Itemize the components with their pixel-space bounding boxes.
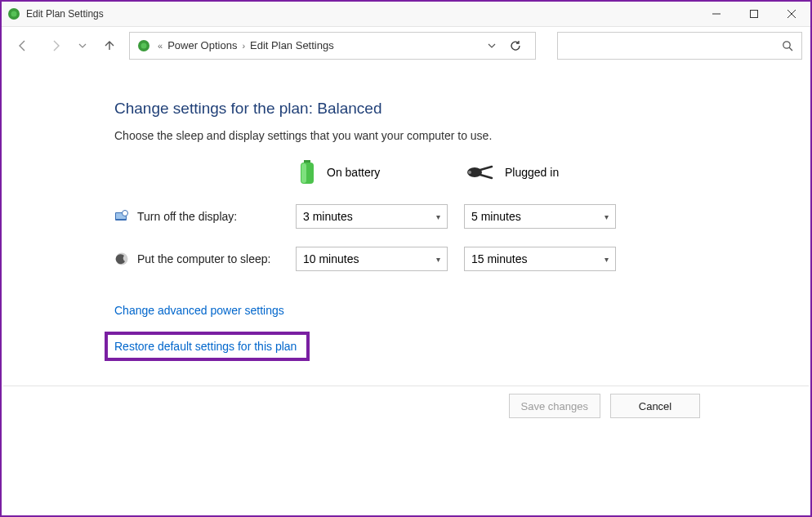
sleep-plugged-value: 15 minutes	[471, 252, 527, 265]
back-button[interactable]	[10, 33, 36, 59]
cancel-button[interactable]: Cancel	[610, 394, 700, 418]
maximize-button[interactable]	[735, 2, 773, 26]
plug-icon	[464, 163, 497, 181]
breadcrumb: « Power Options › Edit Plan Settings	[158, 39, 481, 51]
address-dropdown-icon[interactable]	[488, 42, 502, 50]
display-battery-value: 3 minutes	[303, 210, 353, 223]
row-sleep-label: Put the computer to sleep:	[114, 252, 296, 266]
control-panel-icon	[136, 38, 151, 53]
row-display: Turn off the display: 3 minutes ▾ 5 minu…	[114, 204, 810, 229]
window: Edit Plan Settings	[0, 0, 812, 517]
breadcrumb-item-power-options[interactable]: Power Options	[167, 39, 237, 51]
breadcrumb-item-edit-plan[interactable]: Edit Plan Settings	[250, 39, 334, 51]
svg-point-7	[141, 42, 147, 48]
content: Change settings for the plan: Balanced C…	[2, 64, 810, 361]
highlight-box: Restore default settings for this plan	[105, 332, 310, 361]
app-icon	[7, 7, 21, 21]
footer-buttons: Save changes Cancel	[509, 394, 700, 418]
svg-rect-12	[301, 163, 306, 183]
col-plugged-label: Plugged in	[505, 166, 559, 179]
navbar: « Power Options › Edit Plan Settings	[2, 27, 810, 64]
svg-rect-3	[751, 11, 758, 18]
svg-point-14	[468, 171, 471, 174]
window-buttons	[698, 2, 810, 26]
col-battery-label: On battery	[327, 166, 380, 179]
search-input[interactable]	[566, 39, 782, 51]
sleep-battery-value: 10 minutes	[303, 252, 359, 265]
search-icon[interactable]	[782, 40, 793, 51]
close-button[interactable]	[773, 2, 810, 26]
recent-locations-button[interactable]	[75, 33, 90, 59]
window-title: Edit Plan Settings	[26, 8, 698, 20]
chevron-down-icon: ▾	[605, 255, 609, 264]
link-advanced-settings[interactable]: Change advanced power settings	[114, 304, 810, 317]
up-button[interactable]	[96, 33, 123, 59]
address-bar[interactable]: « Power Options › Edit Plan Settings	[129, 32, 536, 60]
footer-separator	[3, 386, 809, 386]
svg-point-1	[11, 11, 17, 17]
forward-button[interactable]	[42, 33, 69, 59]
row-sleep: Put the computer to sleep: 10 minutes ▾ …	[114, 247, 810, 271]
sleep-battery-select[interactable]: 10 minutes ▾	[296, 247, 448, 271]
display-plugged-value: 5 minutes	[471, 210, 521, 223]
svg-line-9	[789, 47, 792, 51]
col-on-battery: On battery	[296, 158, 464, 186]
search-bar[interactable]	[557, 32, 802, 60]
display-icon	[114, 209, 129, 224]
row-display-label: Turn off the display:	[114, 209, 296, 224]
svg-rect-10	[304, 160, 310, 163]
display-battery-select[interactable]: 3 minutes ▾	[296, 204, 448, 229]
display-plugged-select[interactable]: 5 minutes ▾	[464, 204, 616, 229]
chevron-down-icon: ▾	[436, 212, 440, 221]
chevron-down-icon: ▾	[605, 212, 609, 221]
minimize-button[interactable]	[698, 2, 735, 26]
sleep-plugged-select[interactable]: 15 minutes ▾	[464, 247, 616, 271]
save-button[interactable]: Save changes	[509, 394, 600, 418]
chevron-right-icon[interactable]: ›	[242, 41, 245, 51]
page-title: Change settings for the plan: Balanced	[114, 100, 810, 118]
chevron-down-icon: ▾	[436, 255, 440, 264]
col-plugged-in: Plugged in	[464, 163, 632, 181]
svg-point-17	[123, 211, 128, 216]
link-restore-defaults[interactable]: Restore default settings for this plan	[114, 340, 297, 353]
battery-icon	[296, 158, 319, 186]
column-headers: On battery Plugged in	[114, 158, 810, 186]
svg-point-8	[783, 41, 790, 47]
page-subtitle: Choose the sleep and display settings th…	[114, 129, 810, 142]
breadcrumb-overflow-icon[interactable]: «	[158, 41, 163, 51]
titlebar: Edit Plan Settings	[2, 2, 810, 27]
sleep-icon	[114, 252, 129, 266]
refresh-button[interactable]	[509, 39, 529, 52]
